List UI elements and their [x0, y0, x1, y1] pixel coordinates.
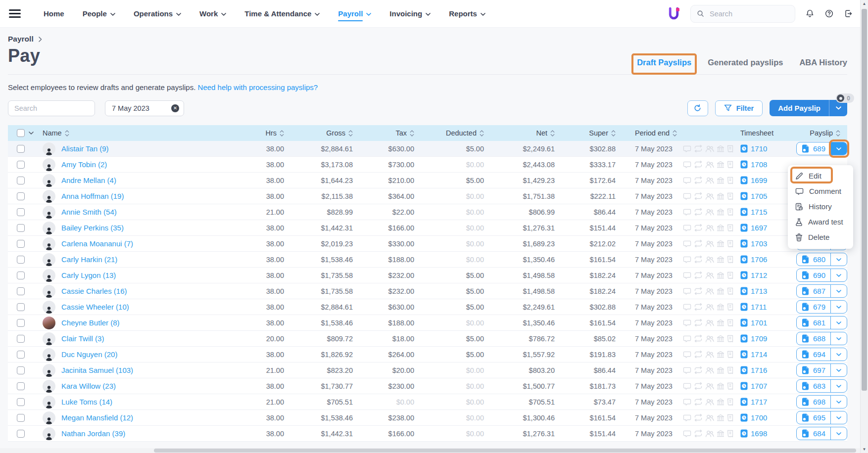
add-payslip-button[interactable]: Add Payslip [770, 100, 829, 116]
payslip-open-button[interactable]: 698 [797, 398, 830, 406]
global-search-input[interactable] [709, 9, 783, 18]
pay-period-date-picker[interactable]: 7 May 2023 ✕ [105, 100, 184, 116]
transfer-icon[interactable] [694, 303, 703, 311]
scroll-down-arrow-icon[interactable]: ▼ [861, 447, 868, 452]
widget-badge[interactable]: 0 [836, 93, 854, 103]
column-header-gross[interactable]: Gross [291, 129, 360, 137]
nav-item-reports[interactable]: Reports [449, 9, 485, 18]
employee-name-link[interactable]: Nathan Jordan (39) [61, 429, 125, 438]
bank-icon[interactable] [717, 335, 724, 342]
payslip-open-button[interactable]: 697 [797, 366, 830, 374]
notifications-bell-icon[interactable] [805, 9, 815, 18]
employee-name-link[interactable]: Andre Mellan (4) [61, 176, 116, 184]
column-header-net[interactable]: Net [491, 129, 562, 137]
payslip-menu-button[interactable] [830, 411, 847, 424]
nav-item-work[interactable]: Work [199, 9, 226, 18]
nav-item-payroll[interactable]: Payroll [338, 9, 371, 18]
select-all-checkbox[interactable] [17, 129, 25, 137]
payslip-open-button[interactable]: 694 [797, 350, 830, 359]
payslip-menu-button[interactable] [830, 142, 847, 155]
timesheet-link[interactable]: 1698 [751, 429, 767, 438]
refresh-button[interactable] [687, 100, 708, 116]
people-icon[interactable] [705, 351, 714, 358]
people-icon[interactable] [705, 240, 714, 247]
payslip-open-button[interactable]: 680 [797, 255, 830, 264]
row-checkbox[interactable] [17, 256, 25, 264]
payslip-open-button[interactable]: 688 [797, 334, 830, 343]
transfer-icon[interactable] [694, 351, 703, 358]
payslip-open-button[interactable]: 695 [797, 413, 830, 422]
comment-icon[interactable] [683, 351, 691, 359]
bank-icon[interactable] [717, 177, 724, 184]
row-checkbox[interactable] [17, 351, 25, 359]
people-icon[interactable] [705, 193, 714, 200]
comment-icon[interactable] [683, 382, 691, 390]
people-icon[interactable] [705, 383, 714, 390]
timesheet-link[interactable]: 1716 [751, 366, 767, 374]
filter-button[interactable]: Filter [715, 100, 763, 116]
comment-icon[interactable] [683, 177, 691, 184]
people-icon[interactable] [705, 272, 714, 279]
transfer-icon[interactable] [694, 224, 703, 231]
row-checkbox[interactable] [17, 398, 25, 406]
column-header-tax[interactable]: Tax [360, 129, 421, 137]
bank-icon[interactable] [717, 145, 724, 152]
bank-icon[interactable] [717, 208, 724, 216]
people-icon[interactable] [705, 367, 714, 374]
row-checkbox[interactable] [17, 335, 25, 343]
timesheet-link[interactable]: 1708 [751, 160, 767, 169]
horizontal-scrollbar[interactable] [0, 448, 860, 453]
people-icon[interactable] [705, 304, 714, 311]
timesheet-link[interactable]: 1697 [751, 224, 767, 232]
people-icon[interactable] [705, 177, 714, 184]
row-checkbox[interactable] [17, 303, 25, 311]
bank-icon[interactable] [717, 192, 724, 200]
comment-icon[interactable] [683, 161, 691, 169]
row-checkbox[interactable] [17, 272, 25, 279]
bank-icon[interactable] [717, 351, 724, 358]
payslip-open-button[interactable]: 687 [797, 287, 830, 295]
transfer-icon[interactable] [694, 335, 703, 342]
people-icon[interactable] [705, 145, 714, 152]
bank-icon[interactable] [717, 272, 724, 279]
horizontal-scrollbar-thumb[interactable] [154, 449, 856, 453]
chevron-down-icon[interactable] [29, 132, 34, 135]
employee-name-link[interactable]: Cassie Charles (16) [61, 287, 127, 295]
row-checkbox[interactable] [17, 366, 25, 374]
employee-name-link[interactable]: Luke Toms (14) [61, 398, 112, 406]
timesheet-link[interactable]: 1711 [751, 303, 767, 311]
timesheet-link[interactable]: 1709 [751, 334, 767, 343]
payslip-open-button[interactable]: 690 [797, 271, 830, 279]
bank-icon[interactable] [717, 382, 724, 390]
menu-item-history[interactable]: History [788, 199, 853, 214]
menu-item-award-test[interactable]: Award test [788, 214, 853, 229]
employee-name-link[interactable]: Annie Smith (54) [61, 208, 117, 216]
row-checkbox[interactable] [17, 192, 25, 200]
comment-icon[interactable] [683, 192, 691, 200]
payslip-menu-button[interactable] [830, 427, 847, 440]
people-icon[interactable] [705, 256, 714, 263]
payslip-open-button[interactable]: 679 [797, 303, 830, 311]
help-link[interactable]: Need help with processing payslips? [198, 83, 318, 91]
transfer-icon[interactable] [694, 161, 703, 168]
employee-name-link[interactable]: Megan Mansfield (12) [61, 413, 133, 422]
tab-generated-payslips[interactable]: Generated payslips [708, 58, 783, 74]
menu-item-edit[interactable]: Edit [788, 168, 853, 183]
comment-icon[interactable] [683, 272, 691, 279]
timesheet-link[interactable]: 1717 [751, 398, 767, 406]
column-header-period-end[interactable]: Period end [623, 129, 683, 137]
row-checkbox[interactable] [17, 224, 25, 232]
people-icon[interactable] [705, 335, 714, 342]
comment-icon[interactable] [683, 208, 691, 216]
column-header-name[interactable]: Name [36, 129, 232, 137]
payslip-menu-button[interactable] [830, 317, 847, 329]
transfer-icon[interactable] [694, 272, 703, 279]
bank-icon[interactable] [717, 240, 724, 247]
timesheet-link[interactable]: 1707 [751, 382, 767, 390]
employee-name-link[interactable]: Kara Willow (23) [61, 382, 116, 390]
timesheet-link[interactable]: 1701 [751, 318, 767, 327]
comment-icon[interactable] [683, 430, 691, 438]
timesheet-link[interactable]: 1714 [751, 350, 767, 359]
employee-search-input[interactable] [8, 100, 95, 116]
timesheet-link[interactable]: 1706 [751, 255, 767, 264]
